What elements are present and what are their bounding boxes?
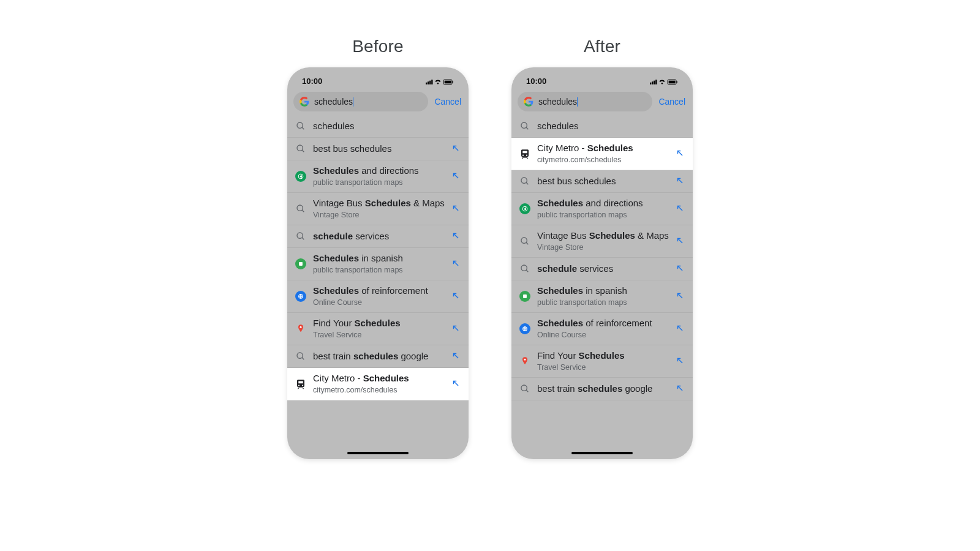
suggestion-best-train[interactable]: best train schedules google: [511, 378, 693, 400]
clock: 10:00: [526, 77, 546, 86]
insert-arrow-icon[interactable]: [676, 176, 685, 186]
svg-line-11: [302, 150, 304, 152]
suggestion-vintage[interactable]: Vintage Bus Schedules & Maps Vintage Sto…: [511, 225, 693, 258]
insert-arrow-icon[interactable]: [451, 171, 461, 181]
svg-line-9: [302, 127, 304, 129]
suggestion-best-bus[interactable]: best bus schedules: [287, 138, 469, 160]
svg-rect-32: [650, 83, 651, 84]
svg-line-17: [302, 210, 304, 212]
suggestion-find-your[interactable]: Find Your Schedules Travel Service: [511, 345, 693, 378]
search-icon: [519, 263, 531, 275]
text-caret-icon: [577, 97, 578, 107]
insert-arrow-icon[interactable]: [451, 231, 461, 241]
svg-line-12: [454, 146, 459, 151]
suggestion-list: schedules City Metro - Schedules citymet…: [511, 115, 693, 400]
cancel-button[interactable]: Cancel: [433, 97, 462, 107]
suggestion-find-your[interactable]: Find Your Schedules Travel Service: [287, 313, 469, 345]
svg-line-45: [678, 179, 683, 184]
suggestion-reinforcement[interactable]: Schedules of reinforcement Online Course: [287, 280, 469, 313]
globe-icon: [295, 290, 307, 302]
svg-rect-0: [426, 83, 427, 84]
search-input[interactable]: schedules: [518, 92, 652, 111]
search-icon: [295, 143, 307, 155]
svg-point-36: [662, 83, 663, 84]
svg-line-53: [526, 270, 528, 272]
svg-rect-2: [429, 81, 431, 84]
search-icon: [295, 203, 307, 215]
suggestion-directions[interactable]: Schedules and directions public transpor…: [511, 193, 693, 225]
suggestion-city-metro[interactable]: City Metro - Schedules citymetro.com/sch…: [511, 138, 693, 170]
svg-line-63: [678, 386, 683, 391]
svg-line-29: [302, 358, 304, 359]
google-logo-icon: [300, 97, 309, 107]
insert-arrow-icon[interactable]: [451, 351, 461, 361]
globe-icon: [519, 323, 531, 335]
svg-line-48: [678, 206, 683, 211]
svg-rect-38: [669, 81, 676, 84]
clock: 10:00: [302, 77, 322, 86]
insert-arrow-icon[interactable]: [451, 291, 461, 301]
svg-line-41: [526, 127, 528, 129]
after-label: After: [584, 37, 620, 56]
svg-rect-39: [676, 81, 677, 83]
phone-before: 10:00 schedules Cancel: [287, 67, 469, 459]
insert-arrow-icon[interactable]: [676, 264, 685, 274]
search-icon: [519, 120, 531, 132]
search-icon: [295, 120, 307, 132]
cell-wifi-battery-icon: [426, 78, 454, 86]
svg-point-28: [297, 353, 303, 358]
insert-arrow-icon[interactable]: [451, 379, 461, 389]
svg-rect-1: [428, 81, 429, 84]
suggestion-city-metro[interactable]: City Metro - Schedules citymetro.com/sch…: [287, 368, 469, 400]
suggestion-best-bus[interactable]: best bus schedules: [511, 170, 693, 193]
cell-wifi-battery-icon: [650, 78, 678, 86]
suggestion-spanish[interactable]: Schedules in spanish public transportati…: [287, 248, 469, 280]
svg-line-18: [454, 206, 459, 211]
svg-line-20: [302, 238, 304, 239]
suggestion-directions[interactable]: Schedules and directions public transpor…: [287, 160, 469, 193]
suggestion-schedule-services[interactable]: schedule services: [511, 258, 693, 280]
insert-arrow-icon[interactable]: [676, 384, 685, 394]
status-icons: [650, 78, 678, 86]
search-icon: [295, 230, 307, 242]
insert-arrow-icon[interactable]: [676, 236, 685, 246]
svg-point-61: [521, 385, 527, 391]
home-indicator-icon: [571, 452, 633, 454]
text-caret-icon: [353, 97, 353, 107]
insert-arrow-icon[interactable]: [451, 324, 461, 334]
svg-line-51: [678, 239, 683, 244]
svg-line-30: [454, 354, 459, 359]
insert-arrow-icon[interactable]: [676, 291, 685, 301]
svg-rect-22: [299, 262, 303, 266]
suggestion-spanish[interactable]: Schedules in spanish public transportati…: [511, 280, 693, 313]
search-bar-row: schedules Cancel: [287, 88, 469, 115]
suggestion-schedule-services[interactable]: schedule services: [287, 225, 469, 248]
suggestion-best-train[interactable]: best train schedules google: [287, 345, 469, 368]
insert-arrow-icon[interactable]: [676, 149, 685, 159]
svg-rect-55: [523, 294, 527, 298]
svg-point-8: [297, 122, 303, 128]
svg-point-19: [297, 233, 303, 238]
svg-point-40: [521, 122, 527, 128]
search-icon: [519, 235, 531, 247]
insert-arrow-icon[interactable]: [451, 204, 461, 214]
insert-arrow-icon[interactable]: [676, 204, 685, 214]
insert-arrow-icon[interactable]: [451, 259, 461, 269]
after-panel: After 10:00 schedules Cancel: [511, 37, 693, 459]
svg-rect-35: [655, 80, 657, 84]
compass-icon: [519, 203, 531, 215]
insert-arrow-icon[interactable]: [451, 144, 461, 154]
insert-arrow-icon[interactable]: [676, 324, 685, 334]
insert-arrow-icon[interactable]: [676, 356, 685, 366]
before-panel: Before 10:00 schedules Cancel: [287, 37, 469, 459]
cancel-button[interactable]: Cancel: [657, 97, 687, 107]
suggestion-schedules[interactable]: schedules: [287, 115, 469, 138]
suggestion-schedules[interactable]: schedules: [511, 115, 693, 138]
suggestion-vintage[interactable]: Vintage Bus Schedules & Maps Vintage Sto…: [287, 193, 469, 225]
search-input[interactable]: schedules: [293, 92, 428, 111]
svg-point-43: [521, 178, 527, 183]
map-icon: [519, 290, 531, 302]
compass-icon: [295, 170, 307, 182]
svg-rect-34: [654, 81, 655, 84]
suggestion-reinforcement[interactable]: Schedules of reinforcement Online Course: [511, 313, 693, 345]
